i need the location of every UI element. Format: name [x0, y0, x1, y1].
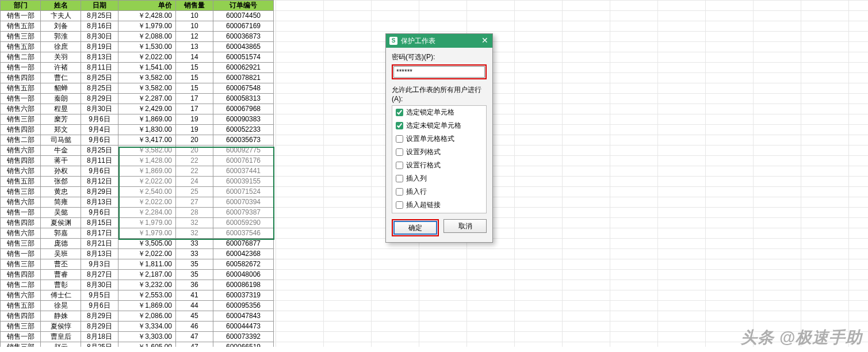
- cell-price[interactable]: ￥3,505.00: [118, 239, 176, 249]
- cell-date[interactable]: 8月29日: [81, 187, 118, 197]
- cell-qty[interactable]: 35: [176, 270, 213, 280]
- cell-price[interactable]: ￥1,979.00: [118, 21, 176, 32]
- permission-checkbox[interactable]: [396, 162, 403, 169]
- cell-price[interactable]: ￥1,428.00: [118, 156, 176, 166]
- cell-order[interactable]: 600090383: [213, 114, 274, 125]
- cell-dept[interactable]: 销售四部: [1, 156, 41, 166]
- cell-dept[interactable]: 销售三部: [1, 187, 41, 197]
- cell-price[interactable]: ￥3,232.00: [118, 280, 176, 290]
- permission-item[interactable]: 设置行格式: [392, 159, 486, 172]
- cell-dept[interactable]: 销售四部: [1, 218, 41, 228]
- cell-price[interactable]: ￥1,530.00: [118, 42, 176, 52]
- cell-qty[interactable]: 17: [176, 94, 213, 104]
- table-row[interactable]: 销售一部卞夫人8月25日￥2,428.0010600074450: [1, 11, 274, 21]
- cell-price[interactable]: ￥1,979.00: [118, 228, 176, 239]
- permission-checkbox[interactable]: [396, 175, 403, 182]
- cell-price[interactable]: ￥2,540.00: [118, 187, 176, 197]
- table-row[interactable]: 销售三部糜芳9月6日￥1,869.0019600090383: [1, 114, 274, 125]
- cell-name[interactable]: 关羽: [41, 52, 81, 63]
- cell-qty[interactable]: 46: [176, 322, 213, 332]
- cell-date[interactable]: 8月30日: [81, 104, 118, 114]
- permission-item[interactable]: 设置列格式: [392, 146, 486, 159]
- cell-order[interactable]: 600048006: [213, 270, 274, 280]
- cell-price[interactable]: ￥3,582.00: [118, 146, 176, 156]
- cell-order[interactable]: 600039155: [213, 177, 274, 187]
- cell-name[interactable]: 司马懿: [41, 135, 81, 146]
- cell-dept[interactable]: 销售一部: [1, 208, 41, 218]
- cell-order[interactable]: 600070394: [213, 197, 274, 208]
- cell-date[interactable]: 8月11日: [81, 156, 118, 166]
- cell-qty[interactable]: 33: [176, 239, 213, 249]
- cell-dept[interactable]: 销售四部: [1, 73, 41, 83]
- table-row[interactable]: 销售五部貂蝉8月25日￥3,582.0015600067548: [1, 83, 274, 94]
- column-header[interactable]: 单价: [118, 1, 176, 11]
- cell-price[interactable]: ￥3,582.00: [118, 73, 176, 83]
- cell-name[interactable]: 黄忠: [41, 187, 81, 197]
- cell-date[interactable]: 8月12日: [81, 177, 118, 187]
- cell-order[interactable]: 600051574: [213, 52, 274, 63]
- cell-order[interactable]: 600086198: [213, 280, 274, 290]
- table-row[interactable]: 销售四部蒋干8月11日￥1,428.0022600076176: [1, 156, 274, 166]
- table-row[interactable]: 销售六部傅士仁9月5日￥2,553.0041600037319: [1, 290, 274, 301]
- cell-order[interactable]: 600042368: [213, 249, 274, 259]
- table-row[interactable]: 销售一部吴懿9月6日￥2,284.0028600079387: [1, 208, 274, 218]
- cell-dept[interactable]: 销售五部: [1, 177, 41, 187]
- cell-qty[interactable]: 27: [176, 197, 213, 208]
- cell-dept[interactable]: 销售一部: [1, 63, 41, 73]
- cell-price[interactable]: ￥1,830.00: [118, 125, 176, 135]
- permission-checkbox[interactable]: [396, 109, 403, 116]
- cell-price[interactable]: ￥1,869.00: [118, 301, 176, 311]
- cell-price[interactable]: ￥3,417.00: [118, 135, 176, 146]
- cell-date[interactable]: 9月4日: [81, 125, 118, 135]
- cell-date[interactable]: 8月25日: [81, 83, 118, 94]
- cell-qty[interactable]: 15: [176, 73, 213, 83]
- cell-price[interactable]: ￥2,086.00: [118, 311, 176, 322]
- permission-item[interactable]: 选定锁定单元格: [392, 106, 486, 119]
- cell-qty[interactable]: 35: [176, 259, 213, 270]
- column-header[interactable]: 日期: [81, 1, 118, 11]
- dialog-titlebar[interactable]: S 保护工作表 ✕: [386, 34, 492, 48]
- cell-order[interactable]: 600037546: [213, 228, 274, 239]
- cell-qty[interactable]: 32: [176, 218, 213, 228]
- table-row[interactable]: 销售六部程昱8月30日￥2,429.0017600067968: [1, 104, 274, 114]
- cell-name[interactable]: 庞德: [41, 239, 81, 249]
- permission-checkbox[interactable]: [396, 188, 403, 196]
- cell-name[interactable]: 孙权: [41, 166, 81, 177]
- cell-name[interactable]: 夏侯惇: [41, 322, 81, 332]
- cell-dept[interactable]: 销售三部: [1, 259, 41, 270]
- table-row[interactable]: 销售五部徐庶8月19日￥1,530.0013600043865: [1, 42, 274, 52]
- table-row[interactable]: 销售一部秦朗8月29日￥2,287.0017600058313: [1, 94, 274, 104]
- cell-order[interactable]: 600044473: [213, 322, 274, 332]
- table-row[interactable]: 销售四部夏侯渊8月15日￥1,979.0032600059290: [1, 218, 274, 228]
- cell-order[interactable]: 600043865: [213, 42, 274, 52]
- cell-qty[interactable]: 41: [176, 290, 213, 301]
- table-row[interactable]: 销售六部牛金8月25日￥3,582.0020600092775: [1, 146, 274, 156]
- table-row[interactable]: 销售五部徐晃9月6日￥1,869.0044600095356: [1, 301, 274, 311]
- cell-price[interactable]: ￥2,429.00: [118, 104, 176, 114]
- table-row[interactable]: 销售一部吴班8月13日￥2,022.0033600042368: [1, 249, 274, 259]
- table-row[interactable]: 销售四部曹睿8月27日￥2,187.0035600048006: [1, 270, 274, 280]
- cell-qty[interactable]: 15: [176, 83, 213, 94]
- cell-dept[interactable]: 销售三部: [1, 239, 41, 249]
- cell-order[interactable]: 600074450: [213, 11, 274, 21]
- column-header[interactable]: 姓名: [41, 1, 81, 11]
- password-input[interactable]: [393, 66, 485, 78]
- cell-name[interactable]: 牛金: [41, 146, 81, 156]
- table-row[interactable]: 销售三部黄忠8月29日￥2,540.0025600071524: [1, 187, 274, 197]
- cell-date[interactable]: 9月6日: [81, 114, 118, 125]
- cell-name[interactable]: 曹丕: [41, 259, 81, 270]
- cell-dept[interactable]: 销售一部: [1, 11, 41, 21]
- cell-price[interactable]: ￥3,334.00: [118, 322, 176, 332]
- cell-order[interactable]: 600047843: [213, 311, 274, 322]
- cell-order[interactable]: 600058313: [213, 94, 274, 104]
- cell-date[interactable]: 9月6日: [81, 166, 118, 177]
- cell-date[interactable]: 8月21日: [81, 239, 118, 249]
- column-header[interactable]: 部门: [1, 1, 41, 11]
- cell-name[interactable]: 吴班: [41, 249, 81, 259]
- permission-checkbox[interactable]: [396, 201, 403, 209]
- cell-name[interactable]: 简雍: [41, 197, 81, 208]
- table-row[interactable]: 销售五部张郃8月12日￥2,022.0024600039155: [1, 177, 274, 187]
- cell-dept[interactable]: 销售三部: [1, 32, 41, 42]
- cell-qty[interactable]: 13: [176, 42, 213, 52]
- cell-price[interactable]: ￥2,088.00: [118, 32, 176, 42]
